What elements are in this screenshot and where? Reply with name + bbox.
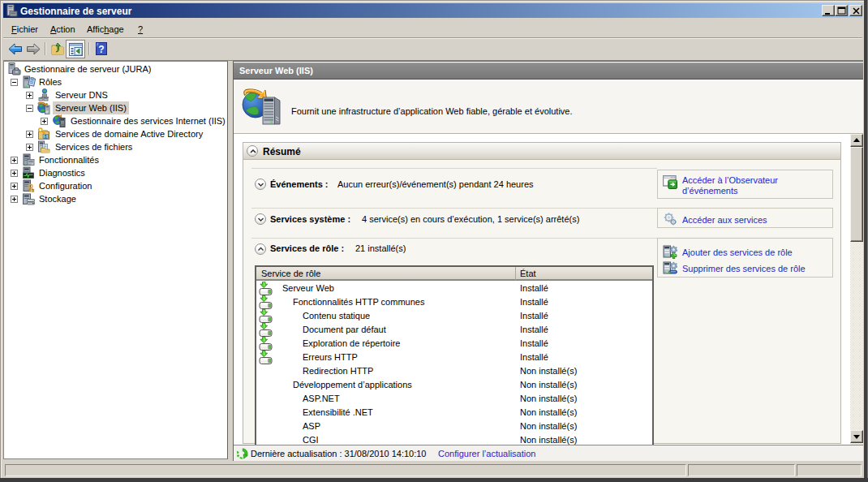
- svg-text:?: ?: [98, 44, 104, 55]
